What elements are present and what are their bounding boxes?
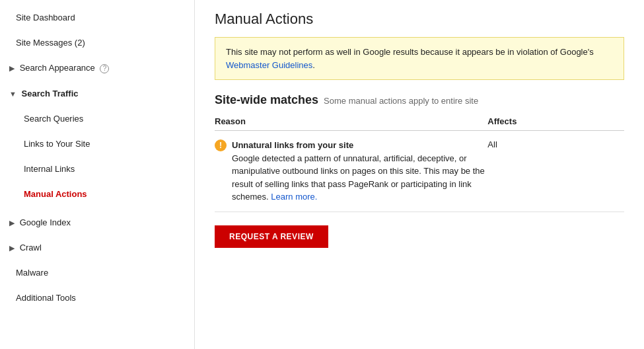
- sidebar-item-label: Search Traffic: [22, 89, 79, 98]
- sidebar-item-internal-links[interactable]: Internal Links: [0, 157, 194, 182]
- learn-more-link[interactable]: Learn more.: [271, 192, 317, 202]
- sidebar-item-label: Crawl: [20, 243, 42, 252]
- warning-icon: !: [215, 139, 227, 151]
- request-review-button[interactable]: REQUEST A REVIEW: [215, 225, 328, 248]
- issue-description: Google detected a pattern of unnatural, …: [232, 153, 485, 202]
- sidebar-item-label: Google Index: [20, 217, 71, 227]
- sidebar-item-label: Manual Actions: [24, 189, 87, 199]
- issue-cell: ! Unnatural links from your site Google …: [215, 139, 487, 204]
- sidebar: Site Dashboard Site Messages (2) ▶ Searc…: [0, 0, 195, 349]
- main-content: Manual Actions This site may not perform…: [195, 0, 644, 349]
- warning-text-1: This site may not perform as well in Goo…: [226, 47, 594, 57]
- sidebar-item-google-index[interactable]: ▶ Google Index: [0, 210, 194, 235]
- sidebar-item-search-traffic[interactable]: ▼ Search Traffic: [0, 81, 194, 106]
- sidebar-item-malware[interactable]: Malware: [0, 260, 194, 286]
- sidebar-item-label: Additional Tools: [16, 293, 76, 303]
- sidebar-item-label: Malware: [16, 268, 48, 278]
- section-title-text: Site-wide matches: [215, 93, 318, 107]
- sidebar-item-additional-tools[interactable]: Additional Tools: [0, 286, 194, 311]
- affects-cell: All: [487, 139, 624, 149]
- warning-box: This site may not perform as well in Goo…: [215, 37, 624, 80]
- sidebar-item-label: Search Appearance: [20, 63, 95, 73]
- sidebar-item-crawl[interactable]: ▶ Crawl: [0, 235, 194, 260]
- sidebar-item-label: Site Dashboard: [16, 13, 75, 22]
- sidebar-item-site-dashboard[interactable]: Site Dashboard: [0, 5, 194, 30]
- help-icon[interactable]: ?: [100, 64, 109, 73]
- issue-title: Unnatural links from your site: [232, 140, 353, 150]
- arrow-icon: ▶: [9, 218, 15, 228]
- page-title: Manual Actions: [215, 11, 624, 28]
- arrow-icon: ▶: [9, 63, 15, 73]
- table-header: Reason Affects: [215, 112, 624, 131]
- sidebar-item-manual-actions[interactable]: Manual Actions: [0, 182, 194, 207]
- sidebar-item-search-queries[interactable]: Search Queries: [0, 106, 194, 132]
- sidebar-item-label: Links to Your Site: [24, 139, 90, 149]
- section-subtitle: Some manual actions apply to entire site: [324, 96, 478, 106]
- arrow-icon: ▶: [9, 243, 15, 253]
- section-title: Site-wide matches Some manual actions ap…: [215, 93, 624, 107]
- sidebar-item-label: Internal Links: [24, 164, 75, 174]
- table-row: ! Unnatural links from your site Google …: [215, 131, 624, 212]
- arrow-icon: ▼: [9, 89, 17, 99]
- col-reason-header: Reason: [215, 116, 487, 126]
- sidebar-item-label: Site Messages (2): [16, 38, 85, 48]
- warning-text-2: .: [312, 60, 315, 70]
- webmaster-guidelines-link[interactable]: Webmaster Guidelines: [226, 60, 312, 70]
- sidebar-item-links-to-your-site[interactable]: Links to Your Site: [0, 132, 194, 157]
- col-affects-header: Affects: [487, 116, 624, 126]
- sidebar-item-label: Search Queries: [24, 114, 83, 124]
- issue-text: Unnatural links from your site Google de…: [232, 139, 487, 204]
- sidebar-item-search-appearance[interactable]: ▶ Search Appearance ?: [0, 56, 194, 81]
- sidebar-item-site-messages[interactable]: Site Messages (2): [0, 30, 194, 56]
